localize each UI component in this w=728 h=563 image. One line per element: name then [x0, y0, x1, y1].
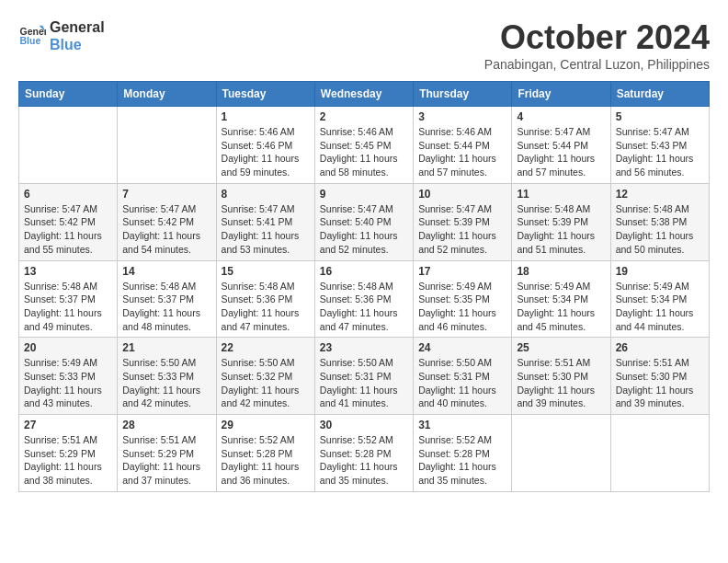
day-info: Sunrise: 5:52 AM Sunset: 5:28 PM Dayligh…: [320, 433, 408, 488]
calendar-cell: 13Sunrise: 5:48 AM Sunset: 5:37 PM Dayli…: [19, 260, 118, 338]
calendar-cell: [118, 107, 216, 184]
day-info: Sunrise: 5:51 AM Sunset: 5:29 PM Dayligh…: [122, 433, 210, 488]
day-info: Sunrise: 5:47 AM Sunset: 5:39 PM Dayligh…: [418, 202, 506, 257]
day-info: Sunrise: 5:51 AM Sunset: 5:30 PM Dayligh…: [616, 356, 704, 410]
day-number: 8: [222, 188, 310, 201]
calendar-cell: 11Sunrise: 5:48 AM Sunset: 5:39 PM Dayli…: [512, 183, 610, 260]
day-number: 3: [418, 110, 506, 123]
day-info: Sunrise: 5:51 AM Sunset: 5:29 PM Dayligh…: [24, 433, 112, 488]
location-subtitle: Panabingan, Central Luzon, Philippines: [484, 57, 710, 72]
day-info: Sunrise: 5:50 AM Sunset: 5:31 PM Dayligh…: [418, 356, 506, 410]
day-info: Sunrise: 5:47 AM Sunset: 5:43 PM Dayligh…: [616, 125, 704, 179]
day-info: Sunrise: 5:47 AM Sunset: 5:41 PM Dayligh…: [222, 202, 310, 257]
day-number: 29: [222, 419, 310, 431]
page-header: General Blue General Blue October 2024 P…: [18, 18, 710, 72]
day-info: Sunrise: 5:51 AM Sunset: 5:30 PM Dayligh…: [517, 356, 605, 410]
day-info: Sunrise: 5:50 AM Sunset: 5:31 PM Dayligh…: [320, 356, 408, 410]
day-info: Sunrise: 5:46 AM Sunset: 5:46 PM Dayligh…: [222, 125, 310, 179]
day-info: Sunrise: 5:52 AM Sunset: 5:28 PM Dayligh…: [418, 433, 506, 488]
calendar-cell: 15Sunrise: 5:48 AM Sunset: 5:36 PM Dayli…: [216, 260, 314, 338]
svg-text:Blue: Blue: [20, 35, 41, 46]
calendar-week-row: 1Sunrise: 5:46 AM Sunset: 5:46 PM Daylig…: [19, 107, 710, 184]
day-number: 2: [320, 110, 408, 123]
day-number: 9: [320, 188, 408, 201]
calendar-cell: 29Sunrise: 5:52 AM Sunset: 5:28 PM Dayli…: [216, 415, 314, 492]
day-number: 25: [517, 341, 605, 354]
day-info: Sunrise: 5:49 AM Sunset: 5:34 PM Dayligh…: [517, 280, 605, 334]
calendar-cell: 21Sunrise: 5:50 AM Sunset: 5:33 PM Dayli…: [118, 338, 216, 415]
calendar-cell: 25Sunrise: 5:51 AM Sunset: 5:30 PM Dayli…: [512, 338, 610, 415]
day-info: Sunrise: 5:48 AM Sunset: 5:36 PM Dayligh…: [320, 280, 408, 334]
calendar-week-row: 13Sunrise: 5:48 AM Sunset: 5:37 PM Dayli…: [19, 260, 710, 338]
day-number: 6: [24, 188, 112, 201]
day-info: Sunrise: 5:48 AM Sunset: 5:39 PM Dayligh…: [517, 202, 605, 257]
calendar-table: SundayMondayTuesdayWednesdayThursdayFrid…: [18, 81, 710, 492]
calendar-cell: 17Sunrise: 5:49 AM Sunset: 5:35 PM Dayli…: [414, 260, 512, 338]
day-info: Sunrise: 5:49 AM Sunset: 5:33 PM Dayligh…: [24, 356, 112, 410]
calendar-cell: 1Sunrise: 5:46 AM Sunset: 5:46 PM Daylig…: [216, 107, 314, 184]
day-number: 22: [222, 341, 310, 354]
calendar-cell: 6Sunrise: 5:47 AM Sunset: 5:42 PM Daylig…: [19, 183, 118, 260]
calendar-cell: [610, 415, 709, 492]
weekday-header: Monday: [118, 82, 216, 107]
day-number: 12: [616, 188, 704, 201]
calendar-week-row: 6Sunrise: 5:47 AM Sunset: 5:42 PM Daylig…: [19, 183, 710, 260]
weekday-header: Saturday: [610, 82, 709, 107]
day-info: Sunrise: 5:47 AM Sunset: 5:40 PM Dayligh…: [320, 202, 408, 257]
calendar-cell: 22Sunrise: 5:50 AM Sunset: 5:32 PM Dayli…: [216, 338, 314, 415]
calendar-cell: 23Sunrise: 5:50 AM Sunset: 5:31 PM Dayli…: [314, 338, 413, 415]
day-info: Sunrise: 5:50 AM Sunset: 5:32 PM Dayligh…: [222, 356, 310, 410]
calendar-cell: 20Sunrise: 5:49 AM Sunset: 5:33 PM Dayli…: [19, 338, 118, 415]
day-number: 7: [122, 188, 210, 201]
day-number: 21: [122, 341, 210, 354]
day-number: 23: [320, 341, 408, 354]
logo-general: General: [50, 18, 105, 36]
day-number: 26: [616, 341, 704, 354]
day-info: Sunrise: 5:50 AM Sunset: 5:33 PM Dayligh…: [122, 356, 210, 410]
weekday-header: Sunday: [19, 82, 118, 107]
calendar-week-row: 27Sunrise: 5:51 AM Sunset: 5:29 PM Dayli…: [19, 415, 710, 492]
day-info: Sunrise: 5:48 AM Sunset: 5:37 PM Dayligh…: [122, 280, 210, 334]
calendar-cell: 7Sunrise: 5:47 AM Sunset: 5:42 PM Daylig…: [118, 183, 216, 260]
calendar-cell: 5Sunrise: 5:47 AM Sunset: 5:43 PM Daylig…: [610, 107, 709, 184]
title-block: October 2024 Panabingan, Central Luzon, …: [484, 18, 710, 72]
calendar-cell: 16Sunrise: 5:48 AM Sunset: 5:36 PM Dayli…: [314, 260, 413, 338]
day-info: Sunrise: 5:46 AM Sunset: 5:44 PM Dayligh…: [418, 125, 506, 179]
calendar-cell: 4Sunrise: 5:47 AM Sunset: 5:44 PM Daylig…: [512, 107, 610, 184]
day-info: Sunrise: 5:48 AM Sunset: 5:36 PM Dayligh…: [222, 280, 310, 334]
logo: General Blue General Blue: [18, 18, 105, 53]
day-info: Sunrise: 5:48 AM Sunset: 5:37 PM Dayligh…: [24, 280, 112, 334]
day-info: Sunrise: 5:47 AM Sunset: 5:44 PM Dayligh…: [517, 125, 605, 179]
calendar-cell: 31Sunrise: 5:52 AM Sunset: 5:28 PM Dayli…: [414, 415, 512, 492]
month-title: October 2024: [484, 18, 710, 57]
day-number: 13: [24, 265, 112, 278]
day-info: Sunrise: 5:49 AM Sunset: 5:34 PM Dayligh…: [616, 280, 704, 334]
day-number: 17: [418, 265, 506, 278]
calendar-week-row: 20Sunrise: 5:49 AM Sunset: 5:33 PM Dayli…: [19, 338, 710, 415]
weekday-header: Tuesday: [216, 82, 314, 107]
calendar-cell: 30Sunrise: 5:52 AM Sunset: 5:28 PM Dayli…: [314, 415, 413, 492]
logo-icon: General Blue: [18, 22, 46, 50]
calendar-cell: 12Sunrise: 5:48 AM Sunset: 5:38 PM Dayli…: [610, 183, 709, 260]
calendar-cell: 18Sunrise: 5:49 AM Sunset: 5:34 PM Dayli…: [512, 260, 610, 338]
day-info: Sunrise: 5:46 AM Sunset: 5:45 PM Dayligh…: [320, 125, 408, 179]
day-number: 16: [320, 265, 408, 278]
day-info: Sunrise: 5:47 AM Sunset: 5:42 PM Dayligh…: [122, 202, 210, 257]
day-number: 11: [517, 188, 605, 201]
day-number: 20: [24, 341, 112, 354]
day-number: 5: [616, 110, 704, 123]
day-info: Sunrise: 5:47 AM Sunset: 5:42 PM Dayligh…: [24, 202, 112, 257]
calendar-cell: 27Sunrise: 5:51 AM Sunset: 5:29 PM Dayli…: [19, 415, 118, 492]
calendar-cell: [19, 107, 118, 184]
day-info: Sunrise: 5:48 AM Sunset: 5:38 PM Dayligh…: [616, 202, 704, 257]
day-info: Sunrise: 5:52 AM Sunset: 5:28 PM Dayligh…: [222, 433, 310, 488]
calendar-cell: 19Sunrise: 5:49 AM Sunset: 5:34 PM Dayli…: [610, 260, 709, 338]
day-number: 27: [24, 419, 112, 431]
weekday-header: Friday: [512, 82, 610, 107]
day-number: 31: [418, 419, 506, 431]
day-number: 18: [517, 265, 605, 278]
day-number: 19: [616, 265, 704, 278]
calendar-cell: 14Sunrise: 5:48 AM Sunset: 5:37 PM Dayli…: [118, 260, 216, 338]
calendar-cell: 28Sunrise: 5:51 AM Sunset: 5:29 PM Dayli…: [118, 415, 216, 492]
calendar-cell: 3Sunrise: 5:46 AM Sunset: 5:44 PM Daylig…: [414, 107, 512, 184]
